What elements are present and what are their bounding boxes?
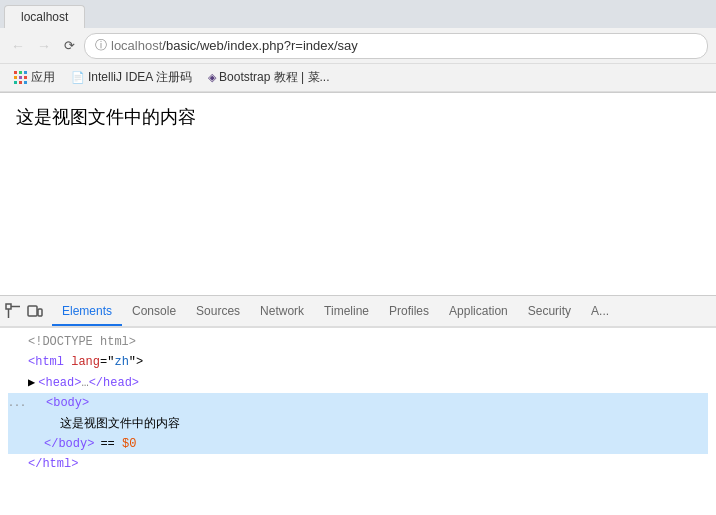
code-line-head[interactable]: ▶ <head>…</head> xyxy=(8,373,708,393)
address-bar: ← → ⟳ ⓘ localhost/basic/web/index.php?r=… xyxy=(0,28,716,64)
url-path: /basic/web/index.php?r=index/say xyxy=(162,38,357,53)
device-toggle-icon[interactable] xyxy=(26,302,44,320)
url-scheme: localhost xyxy=(111,38,162,53)
bootstrap-bookmark[interactable]: ◈ Bootstrap 教程 | 菜... xyxy=(202,67,335,88)
code-line-body-close: </body> == $0 xyxy=(8,434,708,454)
devtools-code-view: <!DOCTYPE html> <html lang="zh"> ▶ <head… xyxy=(0,328,716,479)
devtools-panel: Elements Console Sources Network Timelin… xyxy=(0,295,716,515)
inspect-element-icon[interactable] xyxy=(4,302,22,320)
code-line-body-open[interactable]: ... <body> xyxy=(8,393,708,413)
bootstrap-label: Bootstrap 教程 | 菜... xyxy=(219,69,329,86)
url-bar[interactable]: ⓘ localhost/basic/web/index.php?r=index/… xyxy=(84,33,708,59)
devtools-toolbar: Elements Console Sources Network Timelin… xyxy=(0,296,716,328)
devtools-icon-group xyxy=(4,302,44,320)
bookmarks-bar: 应用 📄 IntelliJ IDEA 注册码 ◈ Bootstrap 教程 | … xyxy=(0,64,716,92)
url-text: localhost/basic/web/index.php?r=index/sa… xyxy=(111,38,358,53)
forward-button[interactable]: → xyxy=(34,36,54,56)
apps-label: 应用 xyxy=(31,69,55,86)
body-text-content: 这是视图文件中的内容 xyxy=(60,414,180,434)
apps-bookmark[interactable]: 应用 xyxy=(8,67,61,88)
tab-label: localhost xyxy=(21,10,68,24)
lock-icon: ⓘ xyxy=(95,37,107,54)
page-content-text: 这是视图文件中的内容 xyxy=(16,105,700,129)
svg-rect-4 xyxy=(38,309,42,316)
tab-sources[interactable]: Sources xyxy=(186,298,250,326)
tab-application[interactable]: Application xyxy=(439,298,518,326)
intellij-label: IntelliJ IDEA 注册码 xyxy=(88,69,192,86)
back-button[interactable]: ← xyxy=(8,36,28,56)
browser-tab[interactable]: localhost xyxy=(4,5,85,28)
svg-rect-0 xyxy=(6,304,11,309)
svg-rect-3 xyxy=(28,306,37,316)
document-icon: 📄 xyxy=(71,71,85,84)
refresh-button[interactable]: ⟳ xyxy=(60,37,78,55)
intellij-bookmark[interactable]: 📄 IntelliJ IDEA 注册码 xyxy=(65,67,198,88)
tab-security[interactable]: Security xyxy=(518,298,581,326)
tab-timeline[interactable]: Timeline xyxy=(314,298,379,326)
tab-audits[interactable]: A... xyxy=(581,298,619,326)
bootstrap-icon: ◈ xyxy=(208,71,216,84)
tab-elements[interactable]: Elements xyxy=(52,298,122,326)
tab-profiles[interactable]: Profiles xyxy=(379,298,439,326)
tab-bar: localhost xyxy=(0,0,716,28)
browser-chrome: localhost ← → ⟳ ⓘ localhost/basic/web/in… xyxy=(0,0,716,93)
tab-console[interactable]: Console xyxy=(122,298,186,326)
code-line-html-close: </html> xyxy=(8,454,708,474)
collapse-triangle-head: ▶ xyxy=(28,373,35,393)
code-line-doctype: <!DOCTYPE html> xyxy=(8,332,708,352)
code-line-body-text: 这是视图文件中的内容 xyxy=(8,414,708,434)
apps-grid-icon xyxy=(14,71,28,85)
code-line-html-open: <html lang="zh"> xyxy=(8,352,708,372)
tab-network[interactable]: Network xyxy=(250,298,314,326)
